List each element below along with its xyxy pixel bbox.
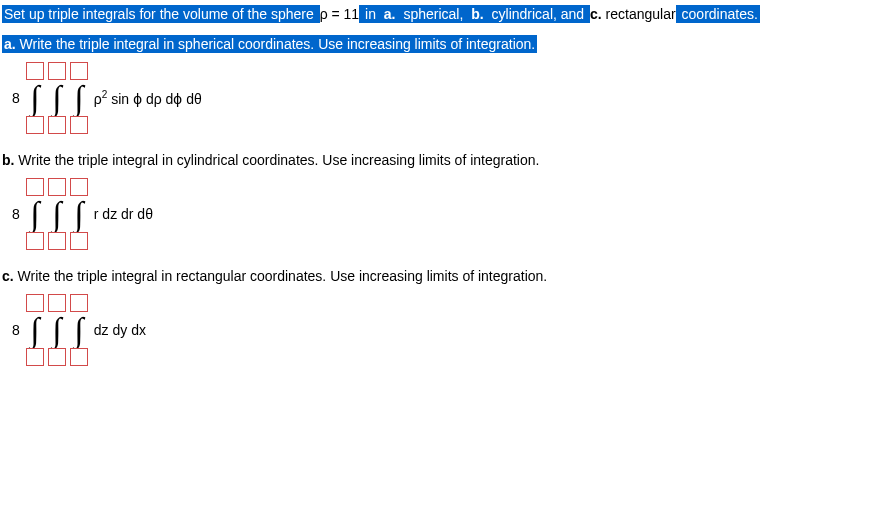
integral-sign-icon: ∫	[30, 81, 39, 115]
integral-unit: ∫	[70, 178, 88, 250]
lower-limit-input[interactable]	[48, 232, 66, 250]
part-c-coeff: 8	[12, 322, 20, 338]
part-c-text: Write the triple integral in rectangular…	[14, 268, 548, 284]
upper-limit-input[interactable]	[70, 294, 88, 312]
integrand-rest: sin ϕ dρ dϕ dθ	[107, 91, 201, 107]
integral-sign-icon: ∫	[30, 313, 39, 347]
integral-unit: ∫	[26, 62, 44, 134]
statement-seg6: coordinates.	[676, 5, 760, 23]
integral-sign-icon: ∫	[52, 81, 61, 115]
triple-integral-c: ∫ ∫ ∫	[26, 294, 88, 366]
part-b-label: b.	[2, 152, 14, 168]
part-b-text: Write the triple integral in cylindrical…	[14, 152, 539, 168]
rho-symbol: ρ	[94, 91, 102, 107]
statement-seg1: Set up triple integrals for the volume o…	[2, 5, 320, 23]
integral-unit: ∫	[26, 178, 44, 250]
statement-seg2: in	[359, 5, 382, 23]
upper-limit-input[interactable]	[70, 178, 88, 196]
label-c: c.	[590, 6, 602, 22]
upper-limit-input[interactable]	[26, 294, 44, 312]
upper-limit-input[interactable]	[48, 62, 66, 80]
lower-limit-input[interactable]	[48, 116, 66, 134]
part-a-prompt: a. Write the triple integral in spherica…	[2, 36, 875, 52]
part-a-coeff: 8	[12, 90, 20, 106]
part-b-prompt: b. Write the triple integral in cylindri…	[2, 152, 875, 168]
integral-sign-icon: ∫	[30, 197, 39, 231]
integrand-b: r dz dr dθ	[94, 206, 153, 222]
upper-limit-input[interactable]	[48, 294, 66, 312]
integral-sign-icon: ∫	[74, 313, 83, 347]
label-a: a.	[382, 5, 398, 23]
integral-unit: ∫	[48, 178, 66, 250]
lower-limit-input[interactable]	[48, 348, 66, 366]
statement-seg4: cylindrical, and	[486, 5, 590, 23]
lower-limit-input[interactable]	[70, 348, 88, 366]
integral-sign-icon: ∫	[74, 81, 83, 115]
integral-unit: ∫	[26, 294, 44, 366]
lower-limit-input[interactable]	[26, 116, 44, 134]
part-b-coeff: 8	[12, 206, 20, 222]
part-a-integral: 8 ∫ ∫ ∫ ρ2 sin ϕ dρ dϕ dθ	[12, 62, 875, 134]
integral-sign-icon: ∫	[52, 197, 61, 231]
integral-unit: ∫	[70, 62, 88, 134]
part-b-integral: 8 ∫ ∫ ∫ r dz dr dθ	[12, 178, 875, 250]
lower-limit-input[interactable]	[26, 232, 44, 250]
integral-sign-icon: ∫	[52, 313, 61, 347]
integral-sign-icon: ∫	[74, 197, 83, 231]
statement-seg5: rectangular	[602, 6, 676, 22]
integrand-a: ρ2 sin ϕ dρ dϕ dθ	[94, 89, 202, 107]
statement-seg3: spherical,	[398, 5, 470, 23]
part-c-label: c.	[2, 268, 14, 284]
upper-limit-input[interactable]	[70, 62, 88, 80]
lower-limit-input[interactable]	[70, 232, 88, 250]
integral-unit: ∫	[70, 294, 88, 366]
rho-equation: ρ = 11	[320, 6, 360, 22]
part-a-text: Write the triple integral in spherical c…	[16, 36, 536, 52]
part-c-integral: 8 ∫ ∫ ∫ dz dy dx	[12, 294, 875, 366]
lower-limit-input[interactable]	[26, 348, 44, 366]
problem-statement: Set up triple integrals for the volume o…	[2, 6, 875, 22]
integral-unit: ∫	[48, 294, 66, 366]
part-c-prompt: c. Write the triple integral in rectangu…	[2, 268, 875, 284]
triple-integral-b: ∫ ∫ ∫	[26, 178, 88, 250]
upper-limit-input[interactable]	[26, 62, 44, 80]
part-a-label: a.	[4, 36, 16, 52]
integrand-c: dz dy dx	[94, 322, 146, 338]
lower-limit-input[interactable]	[70, 116, 88, 134]
integral-unit: ∫	[48, 62, 66, 134]
upper-limit-input[interactable]	[26, 178, 44, 196]
triple-integral-a: ∫ ∫ ∫	[26, 62, 88, 134]
upper-limit-input[interactable]	[48, 178, 66, 196]
label-b: b.	[469, 5, 485, 23]
